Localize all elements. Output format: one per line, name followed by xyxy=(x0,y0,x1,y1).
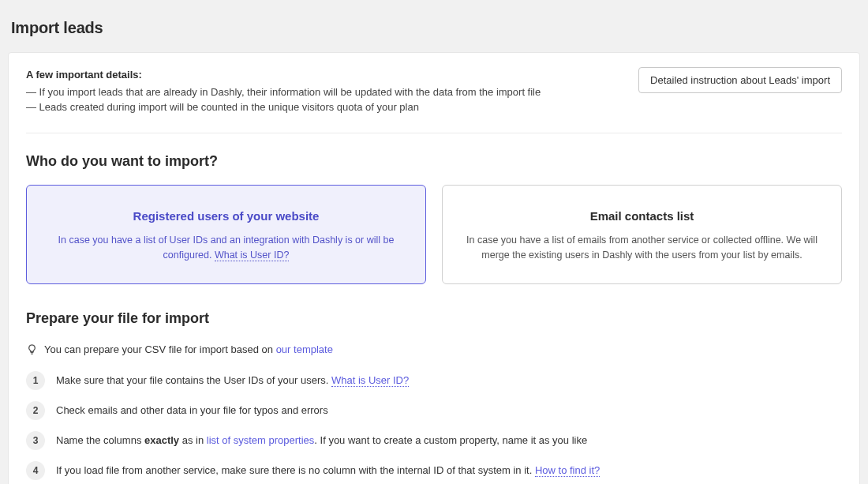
what-is-user-id-link[interactable]: What is User ID? xyxy=(215,250,289,261)
option-registered-users-title: Registered users of your website xyxy=(51,208,402,226)
step-1: 1 Make sure that your file contains the … xyxy=(26,371,842,390)
step-4-text: If you load file from another service, m… xyxy=(56,463,600,478)
how-to-find-it-link[interactable]: How to find it? xyxy=(535,464,600,477)
step-1-text: Make sure that your file contains the Us… xyxy=(56,373,409,388)
step-number-1: 1 xyxy=(26,371,45,390)
option-email-contacts-title: Email contacts list xyxy=(466,208,817,226)
step-3-b: as in xyxy=(179,434,207,446)
step-3-bold: exactly xyxy=(144,434,179,446)
tip-text: You can prepare your CSV file for import… xyxy=(44,342,333,358)
steps-list: 1 Make sure that your file contains the … xyxy=(26,371,842,484)
our-template-link[interactable]: our template xyxy=(276,343,333,355)
important-details: A few important details: — If you import… xyxy=(26,67,619,115)
option-email-contacts-desc: In case you have a list of emails from a… xyxy=(466,233,817,263)
step-2-text: Check emails and other data in your file… xyxy=(56,403,328,418)
divider xyxy=(26,133,842,133)
step-4-a: If you load file from another service, m… xyxy=(56,464,535,476)
system-properties-link[interactable]: list of system properties xyxy=(207,434,315,446)
details-heading: A few important details: xyxy=(26,67,619,83)
step-2: 2 Check emails and other data in your fi… xyxy=(26,401,842,420)
step-1-text-a: Make sure that your file contains the Us… xyxy=(56,374,331,386)
step-3-c: . If you want to create a custom propert… xyxy=(314,434,587,446)
what-is-user-id-link-step[interactable]: What is User ID? xyxy=(331,374,409,387)
step-4: 4 If you load file from another service,… xyxy=(26,461,842,480)
step-number-2: 2 xyxy=(26,401,45,420)
main-card: A few important details: — If you import… xyxy=(8,52,860,484)
detailed-instruction-button[interactable]: Detailed instruction about Leads' import xyxy=(638,67,842,93)
step-number-4: 4 xyxy=(26,461,45,480)
step-3-text: Name the columns exactly as in list of s… xyxy=(56,433,587,448)
option-email-contacts[interactable]: Email contacts list In case you have a l… xyxy=(442,185,842,284)
who-import-heading: Who do you want to import? xyxy=(26,151,842,172)
step-3: 3 Name the columns exactly as in list of… xyxy=(26,431,842,450)
step-number-3: 3 xyxy=(26,431,45,450)
tip-prefix: You can prepare your CSV file for import… xyxy=(44,343,276,355)
details-line-2: — Leads created during import will be co… xyxy=(26,99,619,115)
step-3-a: Name the columns xyxy=(56,434,144,446)
details-line-1: — If you import leads that are already i… xyxy=(26,84,619,100)
prepare-file-heading: Prepare your file for import xyxy=(26,308,842,329)
option-registered-users-desc: In case you have a list of User IDs and … xyxy=(51,233,402,263)
option-registered-users[interactable]: Registered users of your website In case… xyxy=(26,185,426,284)
page-title: Import leads xyxy=(8,0,860,52)
lightbulb-icon xyxy=(26,343,38,355)
